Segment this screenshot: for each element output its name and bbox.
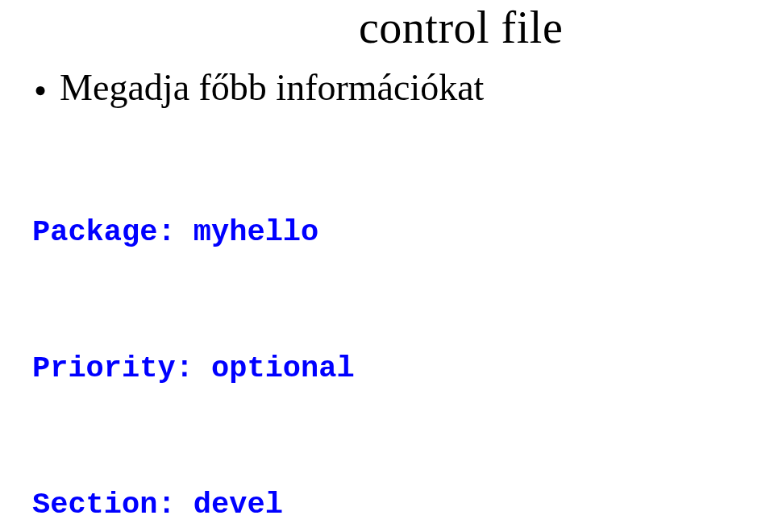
line-priority: Priority: optional — [32, 346, 747, 391]
bullet-marker: • — [34, 73, 47, 110]
bullet-text: Megadja főbb információkat — [60, 68, 484, 109]
line-package: Package: myhello — [32, 210, 747, 255]
slide-title: control file — [359, 2, 747, 53]
slide: control file • Megadja főbb információka… — [0, 2, 774, 532]
line-section: Section: devel — [32, 482, 747, 527]
bullet-item: • Megadja főbb információkat — [34, 68, 747, 110]
control-file-content: Package: myhello Priority: optional Sect… — [32, 119, 747, 532]
